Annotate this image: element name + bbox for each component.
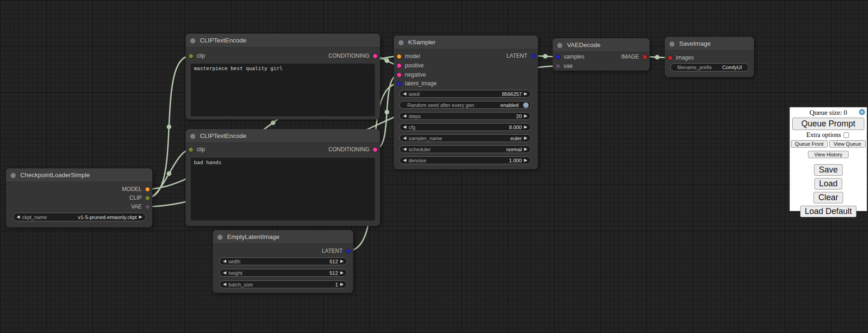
increment-arrow-icon[interactable]: ▶ <box>524 147 527 151</box>
node-collapse-dot[interactable] <box>557 43 562 48</box>
decrement-arrow-icon[interactable]: ◀ <box>403 136 406 140</box>
conditioning-output-port[interactable] <box>373 147 378 152</box>
latent-output-port[interactable] <box>530 54 536 59</box>
node-collapse-dot[interactable] <box>217 235 223 240</box>
model-output-port[interactable] <box>145 187 150 192</box>
node-collapse-dot[interactable] <box>190 38 195 43</box>
input-port-label: model <box>405 53 420 59</box>
output-port-label: VAE <box>131 203 142 210</box>
seed-widget[interactable]: ◀seed8566257▶ <box>399 90 531 98</box>
decrement-arrow-icon[interactable]: ◀ <box>403 158 406 162</box>
decrement-arrow-icon[interactable]: ◀ <box>17 215 20 219</box>
increment-arrow-icon[interactable]: ▶ <box>340 271 344 275</box>
view-queue-button[interactable]: View Queue <box>829 140 866 148</box>
toggle-indicator-icon[interactable] <box>523 102 529 108</box>
denoise-widget[interactable]: ◀denoise1.000▶ <box>399 156 531 164</box>
latent-output-port[interactable] <box>346 249 351 254</box>
decrement-arrow-icon[interactable]: ◀ <box>223 282 226 286</box>
node-collapse-dot[interactable] <box>669 42 675 47</box>
save-button[interactable]: Save <box>814 164 842 176</box>
prompt-textarea[interactable]: masterpiece best quality girl <box>191 64 375 116</box>
input-port-label: clip <box>197 146 205 153</box>
node-title: VAEDecode <box>567 42 601 48</box>
conditioning-output-port[interactable] <box>373 54 378 59</box>
load-button[interactable]: Load <box>814 178 842 190</box>
decrement-arrow-icon[interactable]: ◀ <box>223 271 226 275</box>
filename-prefix-widget[interactable]: filename_prefixComfyUI <box>670 63 749 71</box>
node-ksampler[interactable]: KSamplermodelpositivenegativelatent_imag… <box>394 36 538 169</box>
decrement-arrow-icon[interactable]: ◀ <box>403 147 406 151</box>
node-clip-negative[interactable]: CLIPTextEncodeclipCONDITIONINGbad hands <box>186 129 380 226</box>
link-midpoint-dot <box>167 172 171 176</box>
prompt-textarea[interactable]: bad hands <box>191 158 375 220</box>
negative-input-port[interactable] <box>397 72 402 77</box>
vae-input-port[interactable] <box>555 64 561 69</box>
node-title-bar[interactable]: CLIPTextEncode <box>186 129 380 143</box>
queue-prompt-button[interactable]: Queue Prompt <box>792 118 864 130</box>
increment-arrow-icon[interactable]: ▶ <box>139 215 142 219</box>
widget-value: euler <box>511 136 522 141</box>
node-title-bar[interactable]: SaveImage <box>665 37 754 51</box>
sampler-name-widget[interactable]: ◀sampler_nameeuler▶ <box>399 134 531 142</box>
ckpt-name-widget[interactable]: ◀ckpt_namev1-5-pruned-emaonly.ckpt▶ <box>13 213 146 221</box>
clip-output-port[interactable] <box>145 196 150 201</box>
view-history-button[interactable]: View History <box>808 151 849 158</box>
load-default-button[interactable]: Load Default <box>800 206 856 217</box>
node-vae-decode[interactable]: VAEDecodesamplesvaeIMAGE <box>553 38 650 71</box>
extra-options-checkbox[interactable] <box>844 132 849 138</box>
increment-arrow-icon[interactable]: ▶ <box>524 125 527 129</box>
node-title-bar[interactable]: EmptyLatentImage <box>213 230 353 244</box>
clip-input-port[interactable] <box>188 54 193 59</box>
node-checkpoint[interactable]: CheckpointLoaderSimpleMODELCLIPVAE◀ckpt_… <box>6 168 152 227</box>
settings-gear-icon[interactable] <box>859 109 865 115</box>
steps-widget[interactable]: ◀steps20▶ <box>399 112 531 120</box>
increment-arrow-icon[interactable]: ▶ <box>524 136 527 140</box>
node-title-bar[interactable]: VAEDecode <box>553 38 650 52</box>
decrement-arrow-icon[interactable]: ◀ <box>403 125 406 129</box>
decrement-arrow-icon[interactable]: ◀ <box>223 259 226 263</box>
node-title-bar[interactable]: CheckpointLoaderSimple <box>6 168 152 182</box>
decrement-arrow-icon[interactable]: ◀ <box>403 92 406 96</box>
node-title: SaveImage <box>679 40 711 47</box>
widget-value: 8566257 <box>502 91 522 97</box>
model-input-port[interactable] <box>397 54 402 59</box>
widget-label: scheduler <box>409 147 431 152</box>
positive-input-port[interactable] <box>397 63 402 68</box>
queue-front-button[interactable]: Queue Front <box>791 140 828 148</box>
clear-button[interactable]: Clear <box>814 192 843 203</box>
widget-label: steps <box>409 113 421 119</box>
node-empty-latent[interactable]: EmptyLatentImageLATENT◀width512▶◀height5… <box>213 230 353 293</box>
link-midpoint-dot <box>385 110 389 114</box>
widget-label: Random seed after every gen <box>407 102 474 108</box>
node-title-bar[interactable]: CLIPTextEncode <box>186 34 380 48</box>
node-collapse-dot[interactable] <box>398 40 404 45</box>
random seed after every gen-widget[interactable]: Random seed after every genenabled <box>399 101 531 109</box>
samples-input-port[interactable] <box>555 54 561 59</box>
node-save-image[interactable]: SaveImageimagesfilename_prefixComfyUI <box>665 37 754 77</box>
graph-canvas[interactable]: CheckpointLoaderSimpleMODELCLIPVAE◀ckpt_… <box>0 0 868 333</box>
height-widget[interactable]: ◀height512▶ <box>219 269 347 277</box>
latent-image-input-port[interactable] <box>397 81 402 86</box>
node-title-bar[interactable]: KSampler <box>394 36 538 49</box>
increment-arrow-icon[interactable]: ▶ <box>524 158 527 162</box>
vae-output-port[interactable] <box>145 204 150 209</box>
increment-arrow-icon[interactable]: ▶ <box>524 92 527 96</box>
scheduler-widget[interactable]: ◀schedulernormal▶ <box>399 145 531 153</box>
node-title: CLIPTextEncode <box>200 132 247 139</box>
batch-size-widget[interactable]: ◀batch_size1▶ <box>219 280 347 288</box>
widget-label: height <box>229 270 242 276</box>
node-collapse-dot[interactable] <box>11 173 16 178</box>
width-widget[interactable]: ◀width512▶ <box>219 257 347 265</box>
link-midpoint-dot <box>167 125 171 129</box>
increment-arrow-icon[interactable]: ▶ <box>340 259 344 263</box>
increment-arrow-icon[interactable]: ▶ <box>340 282 344 286</box>
decrement-arrow-icon[interactable]: ◀ <box>403 114 406 118</box>
extra-options-label: Extra options <box>806 131 841 138</box>
clip-input-port[interactable] <box>188 147 193 152</box>
node-collapse-dot[interactable] <box>190 134 195 139</box>
cfg-widget[interactable]: ◀cfg8.000▶ <box>399 123 531 131</box>
increment-arrow-icon[interactable]: ▶ <box>524 114 527 118</box>
node-clip-positive[interactable]: CLIPTextEncodeclipCONDITIONINGmasterpiec… <box>186 34 380 119</box>
images-input-port[interactable] <box>668 55 673 60</box>
image-output-port[interactable] <box>642 54 647 59</box>
